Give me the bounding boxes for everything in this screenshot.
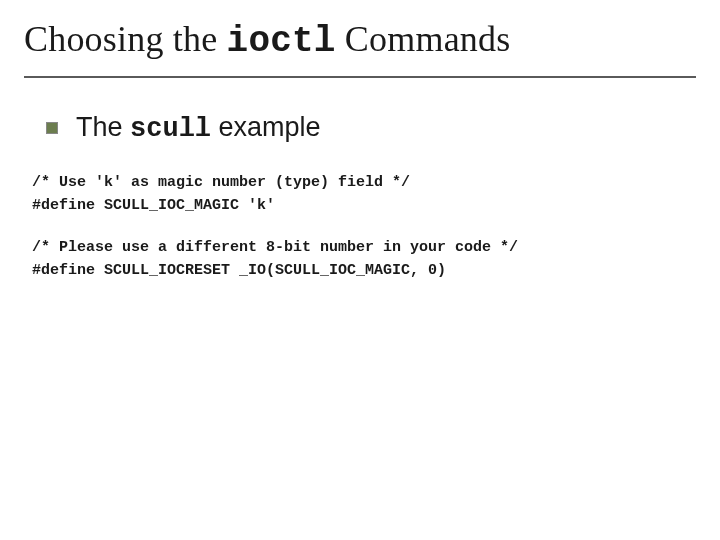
code1-line2: #define SCULL_IOC_MAGIC 'k' <box>32 197 275 214</box>
title-mono: ioctl <box>227 21 336 62</box>
code2-line1: /* Please use a different 8-bit number i… <box>32 239 518 256</box>
title-text-part1: Choosing the <box>24 19 227 59</box>
bullet-mono: scull <box>130 114 211 144</box>
code1-line1: /* Use 'k' as magic number (type) field … <box>32 174 410 191</box>
code-block-2: /* Please use a different 8-bit number i… <box>32 237 696 282</box>
bullet-item: The scull example <box>46 112 696 144</box>
square-bullet-icon <box>46 122 58 134</box>
bullet-text: The scull example <box>76 112 321 144</box>
bullet-text-part2: example <box>211 112 321 142</box>
code2-line2: #define SCULL_IOCRESET _IO(SCULL_IOC_MAG… <box>32 262 446 279</box>
title-text-part2: Commands <box>336 19 511 59</box>
bullet-text-part1: The <box>76 112 130 142</box>
slide-title: Choosing the ioctl Commands <box>24 18 696 78</box>
code-block-1: /* Use 'k' as magic number (type) field … <box>32 172 696 217</box>
